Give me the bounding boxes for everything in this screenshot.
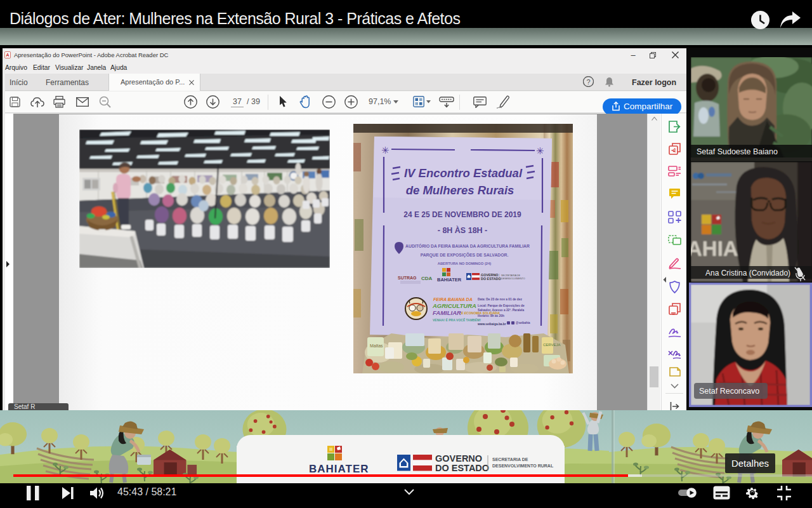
svg-text:FAMILIAR: FAMILIAR <box>433 309 461 316</box>
svg-text:SECRETARIA DE: SECRETARIA DE <box>492 457 528 462</box>
svg-text:CERVEJA: CERVEJA <box>543 343 561 347</box>
svg-text:Ana Cristina (Convidado): Ana Cristina (Convidado) <box>705 269 790 277</box>
svg-text:GOVERNO: GOVERNO <box>435 453 482 464</box>
svg-text:VENHA! É PRA VOCÊ TAMBÉM!: VENHA! É PRA VOCÊ TAMBÉM! <box>433 318 481 322</box>
svg-text:Local: Parque de Exposições de: Local: Parque de Exposições de <box>478 304 525 307</box>
svg-text:✳: ✳ <box>381 145 390 156</box>
svg-text:24 E 25 DE NOVEMBRO DE 2019: 24 E 25 DE NOVEMBRO DE 2019 <box>403 210 521 219</box>
svg-text:AGRICULTURA: AGRICULTURA <box>432 302 476 309</box>
svg-text:Horário: 8h às 20h: Horário: 8h às 20h <box>478 314 504 318</box>
svg-text:AUDITÓRIO DA FEIRA BAIANA DA A: AUDITÓRIO DA FEIRA BAIANA DA AGRICULTURA… <box>405 243 530 248</box>
svg-text:AHIA: AHIA <box>691 237 738 260</box>
svg-text:Data: De 23 de nov a 01 de dez: Data: De 23 de nov a 01 de dez <box>478 298 522 301</box>
svg-text:Setaf Sudoeste Baiano: Setaf Sudoeste Baiano <box>697 147 778 156</box>
svg-text:IV Encontro Estadual: IV Encontro Estadual <box>404 166 523 180</box>
svg-text:ABERTURA NO DOMINGO (24): ABERTURA NO DOMINGO (24) <box>438 262 492 265</box>
svg-text:Setaf Reconcavo: Setaf Reconcavo <box>699 387 759 396</box>
svg-text:CDA: CDA <box>421 276 433 281</box>
svg-text:DESENVOLVIMENTO: DESENVOLVIMENTO <box>501 277 525 280</box>
svg-text:@seibahia: @seibahia <box>516 321 530 324</box>
svg-text:DO ESTADO: DO ESTADO <box>435 463 489 473</box>
svg-text:- 8H ÀS 18H -: - 8H ÀS 18H - <box>438 225 488 235</box>
svg-text:A: A <box>6 52 10 58</box>
svg-text:PARQUE DE EXPOSIÇÕES DE SALVAD: PARQUE DE EXPOSIÇÕES DE SALVADOR. <box>421 252 509 258</box>
svg-text:FEIRA BAIANA DA: FEIRA BAIANA DA <box>433 297 473 302</box>
svg-text:DESENVOLVIMENTO RURAL: DESENVOLVIMENTO RURAL <box>492 464 554 468</box>
svg-text:✳: ✳ <box>536 145 544 156</box>
svg-text:Salvador, Acesso a 22ª. Parale: Salvador, Acesso a 22ª. Paralela <box>478 309 524 312</box>
svg-text:DO ESTADO: DO ESTADO <box>481 277 501 281</box>
svg-text:SUTRAG: SUTRAG <box>398 276 417 280</box>
svg-text:SECRETARIA DE: SECRETARIA DE <box>501 274 521 277</box>
svg-text:BAHIATER: BAHIATER <box>437 277 462 283</box>
svg-text:www.seibaiga.ba.br: www.seibaiga.ba.br <box>477 323 506 326</box>
svg-text:Maltas: Maltas <box>370 344 383 348</box>
svg-text:de Mulheres Rurais: de Mulheres Rurais <box>406 184 514 197</box>
svg-text:BAHIATER: BAHIATER <box>309 463 369 475</box>
svg-text:?: ? <box>586 78 590 86</box>
